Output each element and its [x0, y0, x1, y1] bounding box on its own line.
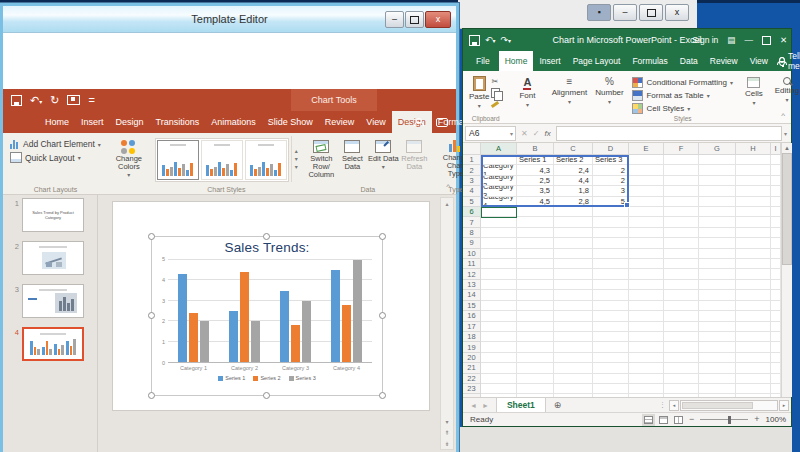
cell-I22[interactable]: [771, 374, 781, 384]
row-header-11[interactable]: 11: [463, 259, 481, 269]
row-header-9[interactable]: 9: [463, 238, 481, 248]
cell-I4[interactable]: [771, 186, 781, 196]
cell-A4[interactable]: Category 3: [481, 186, 517, 196]
cell-I16[interactable]: [771, 311, 781, 321]
cell-E4[interactable]: [629, 186, 664, 196]
selection-handle[interactable]: [379, 312, 386, 319]
cell-G1[interactable]: [699, 155, 736, 165]
selection-handle[interactable]: [263, 233, 270, 240]
cell-A15[interactable]: [481, 301, 517, 311]
background-window-close-button[interactable]: x: [665, 4, 689, 21]
cell-C6[interactable]: [554, 207, 593, 217]
cell-I6[interactable]: [771, 207, 781, 217]
cell-G18[interactable]: [699, 332, 736, 342]
row-header-2[interactable]: 2: [463, 165, 481, 175]
cell-B8[interactable]: [517, 228, 554, 238]
cell-B18[interactable]: [517, 332, 554, 342]
cell-F4[interactable]: [664, 186, 699, 196]
cell-F10[interactable]: [664, 249, 699, 259]
chart-object[interactable]: Sales Trends: 012345 Category 1Category …: [151, 236, 383, 396]
cell-E9[interactable]: [629, 238, 664, 248]
undo-icon[interactable]: ↶▾: [30, 95, 42, 106]
ribbon-display-options-icon[interactable]: ▤: [727, 35, 735, 45]
cell-B19[interactable]: [517, 342, 554, 352]
cell-F3[interactable]: [664, 176, 699, 186]
tab-insert[interactable]: Insert: [75, 111, 110, 133]
scroll-up-icon[interactable]: ▲: [784, 143, 790, 153]
cell-A20[interactable]: [481, 353, 517, 363]
cell-E16[interactable]: [629, 311, 664, 321]
tab-data[interactable]: Data: [674, 51, 704, 71]
cell-E6[interactable]: [629, 207, 664, 217]
cell-C4[interactable]: 1,8: [554, 186, 593, 196]
cell-E3[interactable]: [629, 176, 664, 186]
cell-I5[interactable]: [771, 197, 781, 207]
gallery-up-icon[interactable]: ▴: [295, 148, 298, 154]
customize-qat-icon[interactable]: =: [88, 95, 94, 106]
cell-H10[interactable]: [736, 249, 771, 259]
cell-H14[interactable]: [736, 290, 771, 300]
horizontal-scrollbar[interactable]: ◂ ▸: [669, 400, 789, 410]
add-chart-element-button[interactable]: Add Chart Element▾: [10, 139, 101, 149]
cell-D22[interactable]: [593, 374, 629, 384]
background-window-maximize-button[interactable]: [639, 4, 663, 21]
cell-I2[interactable]: [771, 165, 781, 175]
cell-F19[interactable]: [664, 342, 699, 352]
cell-C16[interactable]: [554, 311, 593, 321]
cell-F22[interactable]: [664, 374, 699, 384]
cell-H6[interactable]: [736, 207, 771, 217]
tab-view[interactable]: View: [360, 111, 391, 133]
cell-D10[interactable]: [593, 249, 629, 259]
sign-in-link[interactable]: Sign in: [692, 35, 718, 45]
cell-E13[interactable]: [629, 280, 664, 290]
confirm-entry-icon[interactable]: ✓: [533, 129, 540, 138]
row-header-15[interactable]: 15: [463, 301, 481, 311]
cell-A5[interactable]: Category 4: [481, 197, 517, 207]
cell-H16[interactable]: [736, 311, 771, 321]
tab-review[interactable]: Review: [319, 111, 361, 133]
cell-C18[interactable]: [554, 332, 593, 342]
cell-I12[interactable]: [771, 269, 781, 279]
cell-H17[interactable]: [736, 322, 771, 332]
cell-D3[interactable]: 2: [593, 176, 629, 186]
row-header-21[interactable]: 21: [463, 363, 481, 373]
cells-button[interactable]: Cells▾: [741, 74, 767, 114]
selection-handle[interactable]: [379, 233, 386, 240]
column-header-I[interactable]: I: [771, 143, 781, 155]
cell-B1[interactable]: Series 1: [517, 155, 554, 165]
cell-G4[interactable]: [699, 186, 736, 196]
cell-A22[interactable]: [481, 374, 517, 384]
selection-handle[interactable]: [148, 392, 155, 399]
bar-series-2[interactable]: [342, 305, 351, 362]
cell-C20[interactable]: [554, 353, 593, 363]
zoom-slider[interactable]: [700, 419, 748, 420]
insert-function-icon[interactable]: fx: [544, 129, 550, 138]
cell-A17[interactable]: [481, 322, 517, 332]
cell-H11[interactable]: [736, 259, 771, 269]
edit-data-button[interactable]: Edit Data ▾: [368, 136, 399, 179]
cell-G5[interactable]: [699, 197, 736, 207]
cell-E18[interactable]: [629, 332, 664, 342]
row-header-12[interactable]: 12: [463, 269, 481, 279]
cell-C19[interactable]: [554, 342, 593, 352]
tab-design[interactable]: Design: [110, 111, 150, 133]
cell-D14[interactable]: [593, 290, 629, 300]
cell-C2[interactable]: 2,4: [554, 165, 593, 175]
cell-H13[interactable]: [736, 280, 771, 290]
worksheet-grid[interactable]: ABCDEFGHI1Series 1Series 2Series 32Categ…: [463, 143, 781, 405]
tab-home[interactable]: Home: [499, 51, 534, 71]
cell-F17[interactable]: [664, 322, 699, 332]
cell-E10[interactable]: [629, 249, 664, 259]
cell-H20[interactable]: [736, 353, 771, 363]
bar-series-2[interactable]: [291, 325, 300, 362]
cell-C9[interactable]: [554, 238, 593, 248]
cell-C21[interactable]: [554, 363, 593, 373]
cell-A21[interactable]: [481, 363, 517, 373]
cell-I21[interactable]: [771, 363, 781, 373]
slide-4-canvas[interactable]: Sales Trends: 012345 Category 1Category …: [112, 201, 430, 411]
zoom-level[interactable]: 100%: [766, 415, 786, 424]
row-header-23[interactable]: 23: [463, 384, 481, 394]
cell-B9[interactable]: [517, 238, 554, 248]
te-minimize-button[interactable]: –: [385, 11, 404, 28]
column-header-G[interactable]: G: [699, 143, 736, 155]
